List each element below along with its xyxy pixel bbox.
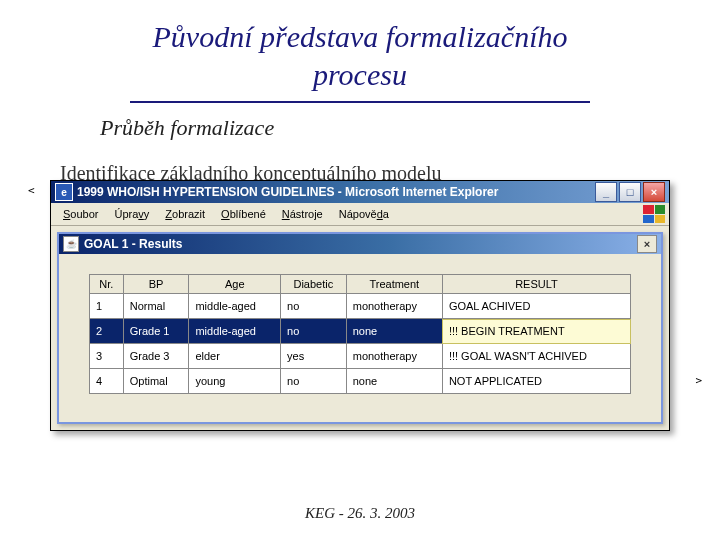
results-close-button[interactable]: ×: [637, 235, 657, 253]
cell-diabetic[interactable]: yes: [281, 344, 347, 369]
title-line-2: procesu: [313, 58, 407, 91]
page-title: Původní představa formalizačního procesu: [0, 0, 720, 97]
table-row[interactable]: 1Normalmiddle-agednomonotherapyGOAL ACHI…: [90, 294, 631, 319]
cell-bp[interactable]: Normal: [123, 294, 189, 319]
cell-result[interactable]: NOT APPLICATED: [442, 369, 630, 394]
close-button[interactable]: ×: [643, 182, 665, 202]
table-header-row: Nr. BP Age Diabetic Treatment RESULT: [90, 275, 631, 294]
menu-oblibene[interactable]: Oblíbené: [213, 206, 274, 222]
cell-treatment[interactable]: monotherapy: [346, 294, 442, 319]
col-age[interactable]: Age: [189, 275, 281, 294]
table-row[interactable]: 4OptimalyoungnononeNOT APPLICATED: [90, 369, 631, 394]
cell-diabetic[interactable]: no: [281, 294, 347, 319]
cell-nr[interactable]: 1: [90, 294, 124, 319]
results-table-wrap: Nr. BP Age Diabetic Treatment RESULT 1No…: [59, 254, 661, 422]
java-icon: [63, 236, 79, 252]
menu-nastroje[interactable]: Nástroje: [274, 206, 331, 222]
cell-diabetic[interactable]: no: [281, 319, 347, 344]
ie-window: e 1999 WHO/ISH HYPERTENSION GUIDELINES -…: [50, 180, 670, 431]
cell-result[interactable]: !!! GOAL WASN'T ACHIVED: [442, 344, 630, 369]
col-nr[interactable]: Nr.: [90, 275, 124, 294]
results-window: GOAL 1 - Results × Nr. BP Age Diabetic T…: [57, 232, 663, 424]
results-window-title: GOAL 1 - Results: [84, 237, 637, 251]
cell-age[interactable]: young: [189, 369, 281, 394]
ie-icon: e: [55, 183, 73, 201]
cell-age[interactable]: middle-aged: [189, 294, 281, 319]
ie-menubar: Soubor Úpravy Zobrazit Oblíbené Nástroje…: [51, 203, 669, 226]
minimize-button[interactable]: _: [595, 182, 617, 202]
xml-fragment-right: >: [695, 374, 702, 387]
cell-bp[interactable]: Grade 1: [123, 319, 189, 344]
ie-window-title: 1999 WHO/ISH HYPERTENSION GUIDELINES - M…: [77, 185, 595, 199]
table-row[interactable]: 3Grade 3elderyesmonotherapy!!! GOAL WASN…: [90, 344, 631, 369]
maximize-button[interactable]: □: [619, 182, 641, 202]
menu-upravy[interactable]: Úpravy: [106, 206, 157, 222]
cell-treatment[interactable]: monotherapy: [346, 344, 442, 369]
col-diabetic[interactable]: Diabetic: [281, 275, 347, 294]
ie-titlebar[interactable]: e 1999 WHO/ISH HYPERTENSION GUIDELINES -…: [51, 181, 669, 203]
cell-bp[interactable]: Grade 3: [123, 344, 189, 369]
cell-age[interactable]: middle-aged: [189, 319, 281, 344]
cell-nr[interactable]: 2: [90, 319, 124, 344]
results-table: Nr. BP Age Diabetic Treatment RESULT 1No…: [89, 274, 631, 394]
menu-napoveda[interactable]: Nápověda: [331, 206, 397, 222]
cell-bp[interactable]: Optimal: [123, 369, 189, 394]
slide-root: Původní představa formalizačního procesu…: [0, 0, 720, 540]
xml-fragment-left: <: [28, 184, 35, 197]
cell-nr[interactable]: 3: [90, 344, 124, 369]
subtitle: Průběh formalizace: [0, 103, 720, 141]
window-controls: _ □ ×: [595, 182, 665, 202]
cell-age[interactable]: elder: [189, 344, 281, 369]
menu-soubor[interactable]: Soubor: [55, 206, 106, 222]
results-titlebar[interactable]: GOAL 1 - Results ×: [59, 234, 661, 254]
col-bp[interactable]: BP: [123, 275, 189, 294]
slide-footer: KEG - 26. 3. 2003: [0, 505, 720, 522]
menu-zobrazit[interactable]: Zobrazit: [157, 206, 213, 222]
cell-diabetic[interactable]: no: [281, 369, 347, 394]
cell-treatment[interactable]: none: [346, 319, 442, 344]
cell-result[interactable]: !!! BEGIN TREATMENT: [442, 319, 630, 344]
cell-result[interactable]: GOAL ACHIVED: [442, 294, 630, 319]
cell-treatment[interactable]: none: [346, 369, 442, 394]
col-result[interactable]: RESULT: [442, 275, 630, 294]
cell-nr[interactable]: 4: [90, 369, 124, 394]
col-treatment[interactable]: Treatment: [346, 275, 442, 294]
title-line-1: Původní představa formalizačního: [153, 20, 568, 53]
windows-flag-icon: [643, 205, 665, 223]
table-row[interactable]: 2Grade 1middle-agednonone!!! BEGIN TREAT…: [90, 319, 631, 344]
